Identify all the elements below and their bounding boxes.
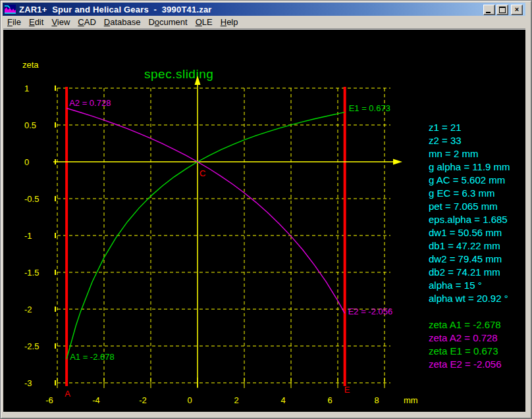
- close-icon: ×: [515, 5, 519, 13]
- panel-param-line: pet = 7.065 mm: [429, 201, 498, 212]
- panel-zeta-line: zeta A2 = 0.728: [429, 332, 498, 343]
- annotation-C: C: [200, 168, 205, 178]
- panel-param-line: db1 = 47.22 mm: [429, 240, 500, 251]
- maximize-button[interactable]: [496, 5, 508, 15]
- y-tick-label: 1: [24, 84, 29, 93]
- panel-param-line: g AC = 5.602 mm: [429, 174, 505, 185]
- panel-param-line: g EC = 6.3 mm: [429, 187, 494, 199]
- title-bar[interactable]: ZAR1+ Spur and Helical Gears - 3990T41.z…: [3, 3, 525, 16]
- panel-param-line: mn = 2 mm: [429, 148, 478, 159]
- menu-item-edit[interactable]: Edit: [25, 16, 47, 28]
- curve-zeta2-gear: [66, 109, 344, 314]
- annotation-A2: A2 = 0.728: [69, 98, 111, 108]
- annotation-A: A: [65, 389, 70, 399]
- x-tick-label: 6: [315, 395, 344, 405]
- y-tick-label: -1: [24, 231, 32, 241]
- menu-item-document[interactable]: Document: [144, 16, 191, 28]
- x-tick-label: 8: [362, 395, 391, 405]
- close-button[interactable]: ×: [511, 5, 523, 15]
- menu-item-cad[interactable]: CAD: [74, 16, 99, 28]
- y-tick-label: -2.5: [24, 341, 39, 351]
- minimize-button[interactable]: [483, 5, 495, 15]
- annotation-A1: A1 = -2.678: [70, 352, 115, 362]
- menu-item-view[interactable]: View: [47, 16, 74, 28]
- menu-item-database[interactable]: Database: [100, 16, 145, 28]
- annotation-E1: E1 = 0.673: [349, 103, 390, 113]
- window-title: ZAR1+ Spur and Helical Gears - 3990T41.z…: [19, 5, 212, 14]
- y-tick-label: 0: [24, 157, 29, 167]
- y-tick-label: -1.5: [24, 268, 39, 278]
- menu-item-help[interactable]: Help: [217, 16, 242, 28]
- annotation-E2: E2 = -2.056: [348, 307, 393, 316]
- panel-param-line: z1 = 21: [429, 122, 462, 133]
- chart-canvas: spec.sliding zeta mm -6-4-20246810.50-0.…: [3, 30, 525, 412]
- panel-zeta-line: zeta A1 = -2.678: [429, 319, 501, 330]
- x-tick-label: 0: [175, 395, 204, 405]
- x-tick-label: -6: [35, 395, 64, 405]
- panel-zeta-line: zeta E1 = 0.673: [429, 345, 498, 357]
- panel-param-line: z2 = 33: [429, 135, 462, 146]
- panel-param-line: alpha wt = 20.92 °: [429, 293, 508, 304]
- x-tick-label: 2: [222, 395, 251, 405]
- panel-param-line: g alpha = 11.9 mm: [429, 161, 510, 172]
- x-axis-unit: mm: [404, 395, 418, 405]
- panel-param-line: db2 = 74.21 mm: [429, 266, 500, 278]
- x-tick-label: -4: [82, 395, 111, 405]
- panel-zeta-line: zeta E2 = -2.056: [429, 358, 502, 370]
- menu-item-ole[interactable]: OLE: [192, 16, 217, 28]
- minimize-icon: [486, 12, 491, 13]
- y-tick-label: -0.5: [24, 194, 39, 204]
- menu-item-file[interactable]: File: [3, 16, 25, 28]
- menu-bar: FileEditViewCADDatabaseDocumentOLEHelp: [3, 16, 525, 29]
- y-axis-title: zeta: [22, 60, 39, 70]
- maximize-icon: [499, 7, 506, 13]
- app-icon: [5, 5, 16, 14]
- panel-param-line: eps.alpha = 1.685: [429, 214, 508, 225]
- panel-param-line: alpha = 15 °: [429, 280, 482, 291]
- y-tick-label: -2: [24, 305, 32, 314]
- panel-param-line: dw1 = 50.56 mm: [429, 227, 502, 238]
- app-window: ZAR1+ Spur and Helical Gears - 3990T41.z…: [0, 0, 532, 419]
- y-tick-label: -3: [24, 378, 32, 388]
- y-tick-label: 0.5: [24, 120, 36, 130]
- panel-param-line: dw2 = 79.45 mm: [429, 253, 502, 264]
- x-tick-label: -2: [128, 395, 157, 405]
- x-tick-label: 4: [269, 395, 298, 405]
- annotation-E: E: [344, 385, 350, 395]
